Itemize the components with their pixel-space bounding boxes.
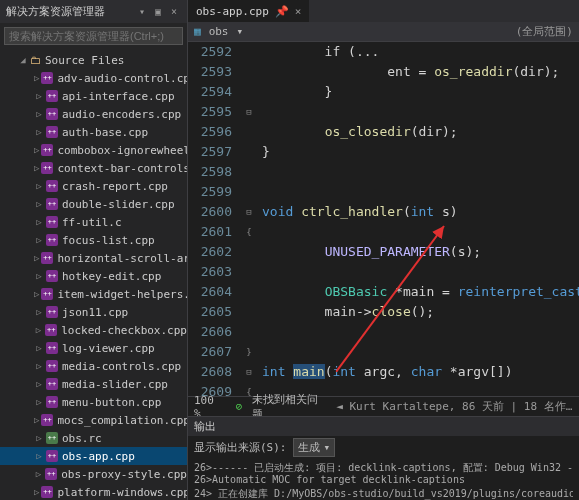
cpp-icon: ++	[46, 360, 58, 372]
cpp-icon: ++	[46, 126, 58, 138]
chevron-down-icon[interactable]: ▾	[237, 25, 244, 38]
expand-icon[interactable]: ▷	[34, 235, 44, 245]
solution-explorer: 解决方案资源管理器 ▾ ▣ × ◢🗀Source Files▷++adv-aud…	[0, 0, 188, 500]
blame-info: Kurt Kartaltepe, 86 天前 | 18 名作者,	[349, 400, 573, 413]
file-item[interactable]: ▷++horizontal-scroll-area.cpp	[0, 249, 187, 267]
file-item[interactable]: ▷++context-bar-controls.cpp	[0, 159, 187, 177]
file-item[interactable]: ▷++auth-base.cpp	[0, 123, 187, 141]
expand-icon[interactable]: ▷	[34, 343, 44, 353]
status-bar: 100 % ⊘ 未找到相关问题 ◄ Kurt Kartaltepe, 86 天前…	[188, 396, 579, 416]
expand-icon[interactable]: ▷	[34, 433, 44, 443]
file-item[interactable]: ▷++api-interface.cpp	[0, 87, 187, 105]
expand-icon[interactable]: ▷	[34, 73, 39, 83]
file-item[interactable]: ▷++log-viewer.cpp	[0, 339, 187, 357]
expand-icon[interactable]: ▷	[34, 325, 43, 335]
pin-icon[interactable]: ▣	[151, 5, 165, 19]
cpp-icon: ++	[46, 180, 58, 192]
tab-bar: obs-app.cpp 📌 ×	[188, 0, 579, 22]
file-item[interactable]: ▷++ff-util.c	[0, 213, 187, 231]
expand-icon[interactable]: ▷	[34, 487, 39, 497]
file-item[interactable]: ▷++combobox-ignorewheel.cpp	[0, 141, 187, 159]
file-item[interactable]: ▷++double-slider.cpp	[0, 195, 187, 213]
line-gutter: 2592259325942595259625972598259926002601…	[188, 42, 242, 396]
output-body[interactable]: 26>------ 已启动生成: 项目: decklink-captions, …	[188, 459, 579, 500]
nav-scope[interactable]: obs	[209, 25, 229, 38]
cpp-icon: ++	[46, 450, 58, 462]
cpp-icon: ++	[45, 468, 57, 480]
search-input[interactable]	[4, 27, 183, 45]
expand-icon[interactable]: ▷	[34, 415, 39, 425]
tab-obs-app[interactable]: obs-app.cpp 📌 ×	[188, 0, 310, 22]
nav-scope-right[interactable]: (全局范围)	[516, 24, 573, 39]
cpp-icon: ++	[46, 90, 58, 102]
expand-icon[interactable]: ▷	[34, 361, 44, 371]
expand-icon[interactable]: ▷	[34, 469, 43, 479]
cpp-icon: ++	[46, 378, 58, 390]
sidebar-header: 解决方案资源管理器 ▾ ▣ ×	[0, 0, 187, 23]
close-icon[interactable]: ×	[167, 5, 181, 19]
expand-icon[interactable]: ▷	[34, 271, 44, 281]
file-item[interactable]: ▷++adv-audio-control.cpp	[0, 69, 187, 87]
expand-icon[interactable]: ▷	[34, 253, 39, 263]
expand-icon[interactable]: ▷	[34, 91, 44, 101]
file-item[interactable]: ▷++platform-windows.cpp	[0, 483, 187, 500]
file-item[interactable]: ▷++menu-button.cpp	[0, 393, 187, 411]
file-item[interactable]: ▷++obs.rc	[0, 429, 187, 447]
cpp-icon: ++	[46, 396, 58, 408]
expand-icon[interactable]: ▷	[34, 397, 44, 407]
file-item[interactable]: ▷++locked-checkbox.cpp	[0, 321, 187, 339]
code-content[interactable]: if (... ent = os_readdir(dir); } os_clos…	[256, 42, 579, 396]
file-item[interactable]: ▷++json11.cpp	[0, 303, 187, 321]
expand-icon[interactable]: ▷	[34, 379, 44, 389]
expand-icon[interactable]: ▷	[34, 307, 44, 317]
cpp-icon: ++	[46, 342, 58, 354]
cpp-icon: ▦	[194, 25, 201, 38]
folder-source-files[interactable]: ◢🗀Source Files	[0, 51, 187, 69]
cpp-icon: ++	[46, 216, 58, 228]
expand-icon[interactable]: ▷	[34, 181, 44, 191]
cpp-icon: ++	[46, 234, 58, 246]
file-item[interactable]: ▷++mocs_compilation.cpp	[0, 411, 187, 429]
cpp-icon: ++	[41, 144, 53, 156]
cpp-icon: ++	[46, 270, 58, 282]
file-item[interactable]: ▷++focus-list.cpp	[0, 231, 187, 249]
file-item[interactable]: ▷++obs-proxy-style.cpp	[0, 465, 187, 483]
output-source-dropdown[interactable]: 生成▾	[293, 438, 336, 457]
file-item[interactable]: ▷++obs-app.cpp	[0, 447, 187, 465]
file-item[interactable]: ▷++media-controls.cpp	[0, 357, 187, 375]
fold-column[interactable]: ⊟⊟{}⊟{⊟	[242, 42, 256, 396]
close-tab-icon[interactable]: ×	[295, 5, 302, 18]
file-item[interactable]: ▷++audio-encoders.cpp	[0, 105, 187, 123]
cpp-icon: ++	[41, 486, 53, 498]
file-item[interactable]: ▷++crash-report.cpp	[0, 177, 187, 195]
expand-icon[interactable]: ▷	[34, 217, 44, 227]
expand-icon[interactable]: ▷	[34, 451, 44, 461]
expand-icon[interactable]: ▷	[34, 163, 39, 173]
code-editor[interactable]: 2592259325942595259625972598259926002601…	[188, 42, 579, 396]
expand-icon[interactable]: ▷	[34, 127, 44, 137]
expand-icon[interactable]: ▷	[34, 199, 44, 209]
file-tree[interactable]: ◢🗀Source Files▷++adv-audio-control.cpp▷+…	[0, 49, 187, 500]
output-title: 输出	[188, 417, 579, 436]
collapse-icon[interactable]: ◢	[18, 55, 28, 65]
pin-icon[interactable]: 📌	[275, 5, 289, 18]
cpp-icon: ++	[41, 414, 53, 426]
file-item[interactable]: ▷++hotkey-edit.cpp	[0, 267, 187, 285]
cpp-icon: ++	[45, 324, 57, 336]
expand-icon[interactable]: ▷	[34, 109, 44, 119]
cpp-icon: ++	[46, 108, 58, 120]
expand-icon[interactable]: ▷	[34, 145, 39, 155]
chevron-down-icon: ▾	[324, 441, 331, 454]
cpp-icon: ++	[46, 198, 58, 210]
cpp-icon: ++	[41, 288, 53, 300]
folder-icon: 🗀	[30, 54, 41, 67]
rc-icon: ++	[46, 432, 58, 444]
cpp-icon: ++	[41, 162, 53, 174]
expand-icon[interactable]: ▷	[34, 289, 39, 299]
file-item[interactable]: ▷++media-slider.cpp	[0, 375, 187, 393]
output-line: 26>------ 已启动生成: 项目: decklink-captions, …	[194, 461, 573, 474]
dropdown-icon[interactable]: ▾	[135, 5, 149, 19]
output-source-label: 显示输出来源(S):	[194, 440, 287, 455]
file-item[interactable]: ▷++item-widget-helpers.cpp	[0, 285, 187, 303]
cpp-icon: ++	[41, 72, 53, 84]
